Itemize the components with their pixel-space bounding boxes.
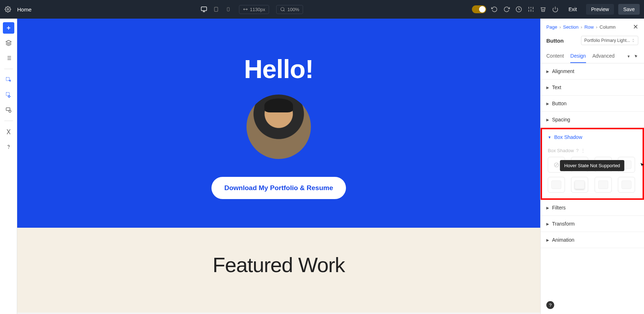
more-dots-icon[interactable]: ⋮ xyxy=(581,148,585,153)
left-toolbar xyxy=(0,19,17,314)
breadcrumb-row[interactable]: Row xyxy=(584,24,594,30)
svg-rect-27 xyxy=(6,92,9,96)
section-button[interactable]: ▶ Button xyxy=(541,96,644,111)
download-resume-button[interactable]: Download My Portfolio & Resume xyxy=(211,177,346,199)
trash-icon[interactable] xyxy=(539,5,547,13)
section-text[interactable]: ▶ Text xyxy=(541,79,644,95)
tools-icon[interactable] xyxy=(3,126,14,137)
section-filters[interactable]: ▶ Filters xyxy=(541,200,644,216)
canvas-width-display[interactable]: 1130px xyxy=(239,5,269,14)
breadcrumb: Page › Section › Row › Column ✕ xyxy=(541,19,644,33)
device-mobile-icon[interactable] xyxy=(225,6,232,13)
top-bar: Home 1130px 100% xyxy=(0,0,644,19)
breadcrumb-column[interactable]: Column xyxy=(600,24,616,30)
section-animation[interactable]: ▶ Animation xyxy=(541,232,644,248)
preset-value: Portfolio Primary Light... xyxy=(584,38,630,43)
shadow-swatch-4[interactable] xyxy=(548,177,565,193)
svg-rect-1 xyxy=(201,7,206,11)
device-desktop-icon[interactable] xyxy=(200,6,208,13)
canvas-width-value: 1130px xyxy=(250,7,265,12)
breadcrumb-section[interactable]: Section xyxy=(563,24,579,30)
click-interaction-icon[interactable] xyxy=(3,74,14,86)
zoom-value: 100% xyxy=(287,7,299,12)
breadcrumb-page[interactable]: Page xyxy=(546,24,557,30)
preset-dropdown[interactable]: Portfolio Primary Light... xyxy=(581,36,638,45)
exit-button[interactable]: Exit xyxy=(564,4,582,15)
svg-rect-4 xyxy=(214,7,218,11)
cursor-pointer-icon xyxy=(640,162,644,167)
redo-icon[interactable] xyxy=(503,5,511,13)
save-button[interactable]: Save xyxy=(618,4,640,15)
svg-line-8 xyxy=(284,10,285,11)
svg-rect-5 xyxy=(227,8,229,11)
tab-design[interactable]: Design xyxy=(570,49,586,63)
svg-marker-19 xyxy=(6,40,11,43)
help-question-icon[interactable]: ? xyxy=(576,148,579,153)
home-link[interactable]: Home xyxy=(17,6,31,13)
tab-content[interactable]: Content xyxy=(546,49,564,63)
undo-icon[interactable] xyxy=(491,5,498,13)
cursor-icon[interactable] xyxy=(634,54,638,58)
device-tablet-icon[interactable] xyxy=(213,6,220,13)
theme-toggle[interactable] xyxy=(472,5,486,13)
sliders-icon[interactable] xyxy=(527,5,535,13)
tab-advanced[interactable]: Advanced xyxy=(592,49,615,63)
zoom-display[interactable]: 100% xyxy=(276,5,303,14)
close-panel-icon[interactable]: ✕ xyxy=(633,23,638,31)
shadow-swatch-7[interactable] xyxy=(618,177,635,193)
element-type: Button xyxy=(546,38,564,44)
layers-icon[interactable] xyxy=(3,37,14,49)
section-box-shadow[interactable]: ▼ Box Shadow xyxy=(542,129,643,145)
help-button[interactable]: ? xyxy=(546,301,554,309)
section-transform[interactable]: ▶ Transform xyxy=(541,216,644,232)
section-spacing[interactable]: ▶ Spacing xyxy=(541,112,644,127)
highlighted-box-shadow-region: ▼ Box Shadow Box Shadow ? ⋮ xyxy=(541,128,644,200)
featured-section[interactable]: Featured Work xyxy=(17,228,540,313)
hover-not-supported-tooltip: Hover State Not Supported xyxy=(560,160,624,171)
hero-section[interactable]: Hello! Download My Portfolio & Resume xyxy=(17,19,540,228)
tab-more-caret-icon[interactable]: ▼ xyxy=(627,54,630,58)
add-element-button[interactable] xyxy=(3,22,14,34)
featured-title: Featured Work xyxy=(31,253,526,277)
power-icon[interactable] xyxy=(551,5,559,13)
properties-panel: Page › Section › Row › Column ✕ Button P… xyxy=(540,19,644,314)
preview-button[interactable]: Preview xyxy=(586,4,614,15)
profile-avatar xyxy=(247,95,311,159)
list-icon[interactable] xyxy=(3,52,14,64)
hover-interaction-icon[interactable] xyxy=(3,89,14,101)
database-icon[interactable] xyxy=(3,104,14,116)
shadow-swatch-5[interactable] xyxy=(571,177,588,193)
settings-gear-icon[interactable] xyxy=(4,6,11,13)
section-alignment[interactable]: ▶ Alignment xyxy=(541,63,644,79)
history-icon[interactable] xyxy=(515,5,523,13)
svg-point-30 xyxy=(8,148,9,149)
help-icon[interactable] xyxy=(3,141,14,153)
svg-point-7 xyxy=(281,8,284,11)
box-shadow-label: Box Shadow xyxy=(548,148,574,153)
hero-title: Hello! xyxy=(31,54,526,84)
svg-point-0 xyxy=(7,9,9,10)
shadow-swatch-6[interactable] xyxy=(595,177,612,193)
canvas[interactable]: Hello! Download My Portfolio & Resume Fe… xyxy=(17,19,540,314)
